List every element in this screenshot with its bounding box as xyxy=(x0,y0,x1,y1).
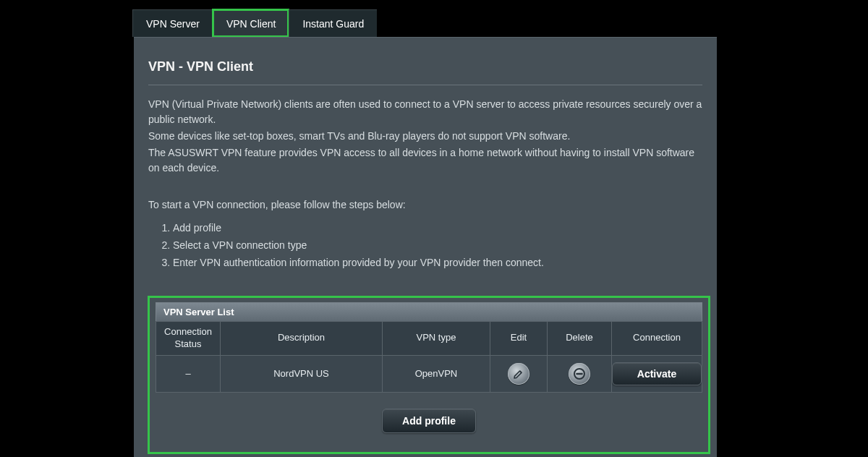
col-header-connection: Connection xyxy=(612,322,702,356)
steps-intro: To start a VPN connection, please follow… xyxy=(148,197,702,213)
tab-instant-guard[interactable]: Instant Guard xyxy=(289,9,377,37)
description-block: VPN (Virtual Private Network) clients ar… xyxy=(148,97,702,271)
vpn-server-table: Connection Status Description VPN type E… xyxy=(156,321,702,393)
vpn-server-list-section: VPN Server List Connection Status Descri… xyxy=(148,296,710,454)
server-list-title: VPN Server List xyxy=(156,302,702,321)
col-header-status: Connection Status xyxy=(156,322,221,356)
step-3: Enter VPN authentication information pro… xyxy=(173,255,702,272)
desc-line-3: The ASUSWRT VPN feature provides VPN acc… xyxy=(148,145,702,176)
col-header-vpntype: VPN type xyxy=(383,322,490,356)
activate-button[interactable]: Activate xyxy=(612,362,702,385)
desc-line-2: Some devices like set-top boxes, smart T… xyxy=(148,129,702,144)
edit-button[interactable] xyxy=(508,363,529,385)
minus-circle-icon xyxy=(573,367,586,380)
desc-line-1: VPN (Virtual Private Network) clients ar… xyxy=(148,97,702,127)
table-row: – NordVPN US OpenVPN xyxy=(156,355,702,392)
add-profile-button[interactable]: Add profile xyxy=(382,409,476,433)
cell-delete xyxy=(548,355,612,392)
cell-vpntype: OpenVPN xyxy=(383,355,490,392)
delete-button[interactable] xyxy=(569,363,590,385)
step-2: Select a VPN connection type xyxy=(173,237,702,255)
table-header-row: Connection Status Description VPN type E… xyxy=(156,322,702,356)
col-header-edit: Edit xyxy=(490,322,548,356)
steps-list: Add profile Select a VPN connection type… xyxy=(173,220,702,271)
cell-edit xyxy=(490,355,548,392)
cell-description: NordVPN US xyxy=(221,355,383,392)
cell-status: – xyxy=(156,355,221,392)
tab-bar: VPN Server VPN Client Instant Guard xyxy=(132,9,377,37)
page-title: VPN - VPN Client xyxy=(148,59,702,74)
step-1: Add profile xyxy=(173,220,702,237)
pencil-icon xyxy=(513,368,524,380)
divider xyxy=(148,85,702,85)
col-header-delete: Delete xyxy=(548,322,612,356)
tab-vpn-server[interactable]: VPN Server xyxy=(132,9,213,37)
tab-vpn-client[interactable]: VPN Client xyxy=(213,9,289,37)
cell-connection: Activate xyxy=(612,355,702,392)
col-header-description: Description xyxy=(221,322,383,356)
